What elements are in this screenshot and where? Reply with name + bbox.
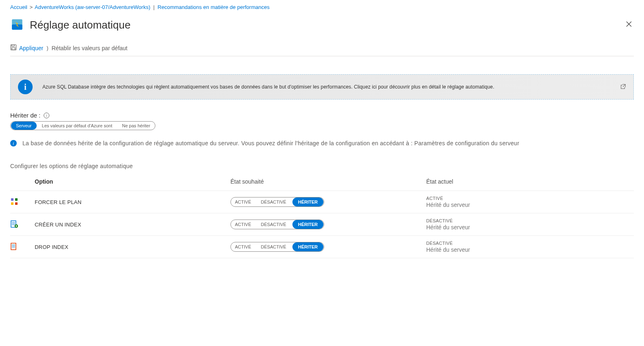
page-header: Réglage automatique (10, 18, 634, 33)
desired-state-toggle[interactable]: ACTIVÉ DÉSACTIVÉ HÉRITER (230, 197, 324, 207)
current-state-source: Hérité du serveur (426, 202, 634, 208)
table-row: CRÉER UN INDEX ACTIVÉ DÉSACTIVÉ HÉRITER … (10, 213, 634, 235)
configure-options-label: Configurer les options de réglage automa… (10, 163, 634, 169)
breadcrumb-pipe: | (152, 4, 157, 10)
desired-state-toggle[interactable]: ACTIVÉ DÉSACTIVÉ HÉRITER (230, 220, 324, 229)
breadcrumb-home[interactable]: Accueil (10, 4, 27, 10)
svg-rect-9 (15, 202, 18, 205)
toggle-inherit[interactable]: HÉRITER (292, 220, 323, 229)
inherit-description-text: La base de données hérite de la configur… (22, 140, 519, 146)
page-title: Réglage automatique (30, 19, 131, 31)
current-state-source: Hérité du serveur (426, 224, 634, 231)
table-row: FORCER LE PLAN ACTIVÉ DÉSACTIVÉ HÉRITER … (10, 191, 634, 213)
breadcrumb-resource[interactable]: AdventureWorks (aw-server-07/AdventureWo… (35, 4, 150, 10)
inherit-option-azure-defaults[interactable]: Les valeurs par défaut d'Azure sont (37, 123, 117, 128)
toggle-off[interactable]: DÉSACTIVÉ (257, 222, 290, 227)
svg-rect-8 (11, 202, 13, 205)
option-name: CRÉER UN INDEX (35, 222, 230, 228)
option-name: FORCER LE PLAN (35, 199, 230, 205)
apply-label: Appliquer (19, 45, 43, 51)
toggle-inherit[interactable]: HÉRITER (292, 197, 323, 206)
create-index-icon (10, 220, 35, 229)
info-icon: i (18, 80, 33, 94)
toggle-off[interactable]: DÉSACTIVÉ (257, 244, 290, 249)
toggle-on[interactable]: ACTIVÉ (231, 200, 255, 204)
current-state-source: Hérité du serveur (426, 246, 634, 253)
current-state: DÉSACTIVÉ Hérité du serveur (426, 218, 634, 231)
toggle-on[interactable]: ACTIVÉ (231, 222, 255, 227)
current-state-value: ACTIVÉ (426, 196, 634, 201)
breadcrumb-sep: > (30, 4, 33, 10)
svg-rect-6 (11, 198, 13, 201)
tuning-options-table: Option État souhaité État actuel FORCER … (10, 178, 634, 258)
force-plan-icon (10, 197, 35, 207)
inherit-description: i La base de données hérite de la config… (10, 140, 634, 146)
info-banner[interactable]: i Azure SQL Database intègre des technol… (10, 74, 634, 100)
svg-rect-4 (12, 45, 14, 47)
toggle-on[interactable]: ACTIVÉ (231, 244, 255, 249)
toolbar: Appliquer ) Rétablir les valeurs par déf… (10, 44, 634, 56)
info-banner-text: Azure SQL Database intègre des technolog… (42, 84, 611, 90)
reset-defaults-button[interactable]: Rétablir les valeurs par défaut (52, 45, 128, 51)
current-state: ACTIVÉ Hérité du serveur (426, 196, 634, 208)
inherit-from-label: Hériter de : i (10, 112, 634, 119)
close-button[interactable] (626, 21, 634, 29)
drop-index-icon (10, 242, 35, 252)
database-icon (10, 18, 24, 33)
svg-rect-5 (12, 48, 15, 50)
toggle-off[interactable]: DÉSACTIVÉ (257, 200, 290, 204)
desired-state-toggle[interactable]: ACTIVÉ DÉSACTIVÉ HÉRITER (230, 242, 324, 252)
table-header: Option État souhaité État actuel (10, 178, 634, 191)
info-tooltip-icon[interactable]: i (44, 113, 49, 118)
apply-button[interactable]: Appliquer (10, 44, 43, 52)
svg-rect-7 (15, 198, 18, 201)
inherit-option-server[interactable]: Serveur (11, 122, 37, 130)
toolbar-divider: ) (46, 45, 48, 51)
col-current-state: État actuel (426, 178, 634, 185)
info-icon-small: i (10, 140, 17, 146)
col-desired-state: État souhaité (230, 178, 426, 185)
save-icon (10, 44, 17, 52)
current-state: DÉSACTIVÉ Hérité du serveur (426, 241, 634, 253)
inherit-from-text: Hériter de : (10, 112, 40, 119)
svg-rect-15 (11, 243, 16, 250)
current-state-value: DÉSACTIVÉ (426, 241, 634, 246)
open-external-icon[interactable] (620, 84, 626, 91)
toggle-inherit[interactable]: HÉRITER (292, 242, 323, 251)
breadcrumb: Accueil > AdventureWorks (aw-server-07/A… (10, 4, 634, 10)
col-option: Option (35, 178, 230, 185)
current-state-value: DÉSACTIVÉ (426, 218, 634, 223)
breadcrumb-section[interactable]: Recommandations en matière de performanc… (157, 4, 270, 10)
inherit-option-none[interactable]: Ne pas hériter (117, 123, 155, 128)
option-name: DROP INDEX (35, 244, 230, 250)
inherit-from-segmented[interactable]: Serveur Les valeurs par défaut d'Azure s… (10, 121, 155, 130)
table-row: DROP INDEX ACTIVÉ DÉSACTIVÉ HÉRITER DÉSA… (10, 235, 634, 258)
